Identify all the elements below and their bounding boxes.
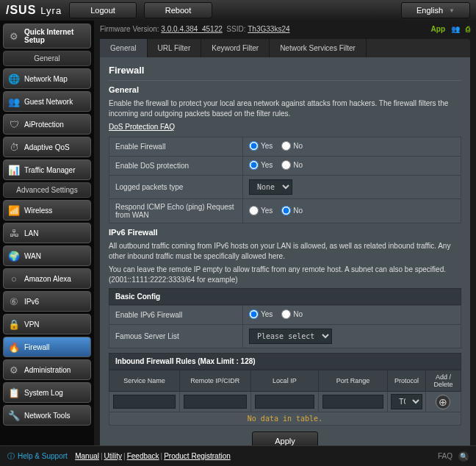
search-icon[interactable]: 🔍 bbox=[458, 451, 469, 462]
alexa-icon: ○ bbox=[8, 273, 20, 284]
footer-manual[interactable]: Manual bbox=[75, 452, 99, 460]
label-logged-packets: Logged packets type bbox=[109, 176, 243, 199]
chevron-down-icon: ▼ bbox=[449, 7, 455, 14]
tools-icon: 🔧 bbox=[8, 409, 20, 421]
footer-utility[interactable]: Utility bbox=[104, 452, 122, 460]
section-general: General bbox=[109, 85, 461, 94]
enable-dos-no[interactable]: No bbox=[281, 160, 303, 170]
label-famous-server: Famous Server List bbox=[109, 325, 243, 348]
col-add-delete: Add / Delete bbox=[425, 370, 461, 392]
wifi-icon: 📶 bbox=[8, 204, 20, 216]
lan-icon: 🖧 bbox=[8, 227, 20, 239]
no-data-message: No data in table. bbox=[109, 412, 461, 426]
tab-network-services-filter[interactable]: Network Services Filter bbox=[270, 39, 367, 57]
sidebar-item-firewall[interactable]: 🔥Firewall bbox=[3, 337, 91, 357]
top-info-bar: Firmware Version: 3.0.0.4.384_45122 SSID… bbox=[100, 25, 470, 33]
enable-firewall-yes[interactable]: Yes bbox=[249, 141, 273, 151]
language-select[interactable]: English▼ bbox=[401, 2, 470, 18]
gauge-icon: ⏱ bbox=[8, 141, 20, 153]
sidebar-header-advanced: Advanced Settings bbox=[3, 182, 91, 198]
tab-general[interactable]: General bbox=[100, 39, 148, 57]
wan-icon: 🌍 bbox=[8, 250, 20, 262]
label-icmp-echo: Respond ICMP Echo (ping) Request from WA… bbox=[109, 199, 243, 223]
vpn-icon: 🔒 bbox=[8, 318, 20, 330]
logout-button[interactable]: Logout bbox=[69, 2, 137, 18]
reboot-button[interactable]: Reboot bbox=[144, 2, 212, 18]
footer-product-registration[interactable]: Product Registration bbox=[164, 452, 231, 460]
footer-feedback[interactable]: Feedback bbox=[127, 452, 159, 460]
enable-ipv6-yes[interactable]: Yes bbox=[249, 309, 273, 319]
usb-status-icon[interactable]: ⎙ bbox=[466, 25, 470, 33]
service-name-input[interactable] bbox=[113, 395, 175, 409]
basic-config-header: Basic Config bbox=[109, 288, 461, 305]
label-enable-ipv6-firewall: Enable IPv6 Firewall bbox=[109, 306, 243, 325]
shield-icon: 🛡 bbox=[8, 118, 20, 130]
add-rule-button[interactable]: ⊕ bbox=[436, 395, 450, 409]
remote-ip-input[interactable] bbox=[184, 395, 247, 409]
sidebar-item-adaptive-qos[interactable]: ⏱Adaptive QoS bbox=[3, 137, 91, 157]
col-port-range: Port Range bbox=[318, 370, 387, 392]
sidebar-quick-setup[interactable]: ⚙Quick Internet Setup bbox=[3, 24, 91, 49]
sidebar-item-aiprotection[interactable]: 🛡AiProtection bbox=[3, 114, 91, 135]
page-title: Firewall bbox=[109, 65, 461, 81]
section-ipv6: IPv6 Firewall bbox=[109, 228, 461, 237]
sidebar-item-alexa[interactable]: ○Amazon Alexa bbox=[3, 268, 91, 289]
firewall-icon: 🔥 bbox=[8, 341, 20, 353]
icmp-yes[interactable]: Yes bbox=[249, 206, 273, 215]
sidebar-item-ipv6[interactable]: ⑥IPv6 bbox=[3, 291, 91, 312]
sidebar-item-system-log[interactable]: 📋System Log bbox=[3, 382, 91, 403]
gear-icon: ⚙ bbox=[8, 30, 20, 42]
icmp-no[interactable]: No bbox=[281, 206, 303, 215]
sidebar-item-vpn[interactable]: 🔒VPN bbox=[3, 314, 91, 334]
sidebar-item-guest-network[interactable]: 👥Guest Network bbox=[3, 91, 91, 112]
tab-keyword-filter[interactable]: Keyword Filter bbox=[201, 39, 270, 57]
dos-faq-link[interactable]: DoS Protection FAQ bbox=[109, 123, 175, 131]
sidebar-item-wireless[interactable]: 📶Wireless bbox=[3, 200, 91, 221]
general-description: Enable the firewall to protect your loca… bbox=[109, 98, 461, 119]
info-icon: ⓘ bbox=[7, 451, 15, 462]
sidebar-header-general: General bbox=[3, 51, 91, 66]
local-ip-input[interactable] bbox=[255, 395, 314, 409]
tab-url-filter[interactable]: URL Filter bbox=[148, 39, 202, 57]
firmware-link[interactable]: 3.0.0.4.384_45122 bbox=[161, 25, 222, 33]
faq-link[interactable]: FAQ bbox=[438, 452, 452, 460]
admin-icon: ⚙ bbox=[8, 364, 20, 376]
users-status-icon[interactable]: 👥 bbox=[451, 25, 460, 33]
traffic-icon: 📊 bbox=[8, 164, 20, 176]
globe-icon: 🌐 bbox=[8, 73, 20, 85]
ipv6-description-2: You can leave the remote IP empty to all… bbox=[109, 265, 461, 285]
sidebar-item-administration[interactable]: ⚙Administration bbox=[3, 359, 91, 380]
port-range-input[interactable] bbox=[322, 395, 383, 409]
ipv6-description-1: All outbound traffic coming from IPv6 ho… bbox=[109, 241, 461, 262]
col-service-name: Service Name bbox=[109, 370, 180, 392]
label-enable-dos: Enable DoS protection bbox=[109, 157, 243, 176]
sidebar-item-traffic-manager[interactable]: 📊Traffic Manager bbox=[3, 159, 91, 180]
col-remote-ip: Remote IP/CIDR bbox=[179, 370, 250, 392]
famous-server-select[interactable]: Please select bbox=[249, 329, 332, 344]
protocol-select[interactable]: TCP bbox=[391, 394, 422, 409]
enable-firewall-no[interactable]: No bbox=[281, 141, 303, 151]
sidebar-item-network-tools[interactable]: 🔧Network Tools bbox=[3, 405, 91, 426]
apply-button[interactable]: Apply bbox=[252, 431, 318, 445]
tab-bar: General URL Filter Keyword Filter Networ… bbox=[100, 39, 470, 57]
brand-logo: /SUSLyra bbox=[6, 4, 62, 17]
logged-packets-select[interactable]: None bbox=[249, 179, 292, 195]
col-protocol: Protocol bbox=[388, 370, 426, 392]
app-link[interactable]: App bbox=[431, 25, 445, 33]
inbound-rules-header: Inbound Firewall Rules (Max Limit : 128) bbox=[109, 353, 461, 370]
label-enable-firewall: Enable Firewall bbox=[109, 137, 243, 157]
ssid-link[interactable]: Th3G33ks24 bbox=[248, 25, 289, 33]
users-icon: 👥 bbox=[8, 96, 20, 107]
ipv6-icon: ⑥ bbox=[8, 295, 20, 307]
enable-dos-yes[interactable]: Yes bbox=[249, 160, 273, 170]
sidebar-item-wan[interactable]: 🌍WAN bbox=[3, 245, 91, 266]
col-local-ip: Local IP bbox=[250, 370, 318, 392]
enable-ipv6-no[interactable]: No bbox=[281, 309, 303, 319]
help-support: ⓘHelp & Support bbox=[7, 451, 68, 462]
sidebar-item-lan[interactable]: 🖧LAN bbox=[3, 223, 91, 243]
sidebar-item-network-map[interactable]: 🌐Network Map bbox=[3, 68, 91, 89]
log-icon: 📋 bbox=[8, 387, 20, 398]
sidebar: ⚙Quick Internet Setup General 🌐Network M… bbox=[0, 21, 94, 445]
